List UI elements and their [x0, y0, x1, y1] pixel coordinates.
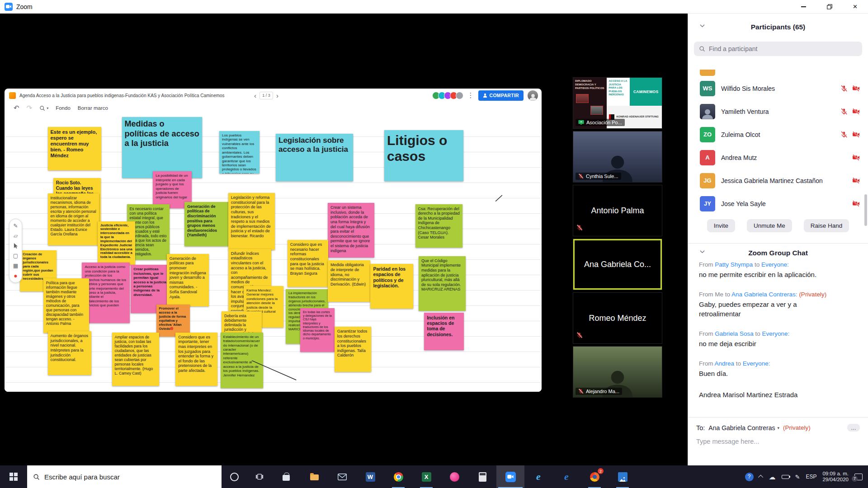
calculator-icon[interactable] — [468, 465, 496, 488]
sticky-note[interactable]: Que el Código Municipal implemente medid… — [419, 256, 466, 311]
chat-more-button[interactable]: … — [847, 424, 860, 432]
language-indicator[interactable]: ESP — [806, 474, 816, 480]
sticky-note[interactable]: Este es un ejemplo, espero se encuentren… — [48, 127, 102, 170]
participant-name-overlay: Ana Gabriela Co... — [573, 239, 662, 290]
sticky-note[interactable]: Considero que es importante, tener mas i… — [175, 333, 217, 386]
microsoft-store-icon[interactable] — [272, 465, 300, 488]
sticky-note[interactable]: Institucionalizar mecanismos, idioma de … — [48, 193, 99, 245]
participants-scrollbar[interactable] — [864, 194, 867, 226]
participant-row[interactable]: AAndrea Mutz — [688, 146, 868, 169]
sticky-note[interactable]: Medida obligatoria de interprete de idio… — [328, 260, 370, 302]
sticky-note[interactable]: Medidas o políticas de acceso a la justi… — [122, 117, 203, 178]
participant-search[interactable] — [694, 42, 862, 56]
sticky-note[interactable]: Litigios o casos — [384, 130, 463, 182]
sticky-note[interactable]: Crear un sistema inclusivo, donde la pob… — [328, 203, 374, 258]
more-menu-icon[interactable]: ⋮ — [467, 91, 474, 99]
excel-icon[interactable]: X — [412, 465, 440, 488]
clear-frame-button[interactable]: Borrar marco — [78, 105, 108, 111]
video-tile[interactable]: Antonio Palma — [573, 185, 662, 236]
raise-hand-button[interactable]: Raise Hand — [804, 219, 849, 232]
action-center-icon[interactable]: 7 — [854, 474, 863, 480]
account-avatar[interactable] — [528, 90, 538, 101]
sticky-note[interactable]: En todas las cortes y delegaciones de la… — [300, 308, 335, 352]
participant-row[interactable]: ZOZuleima Olcot — [688, 123, 868, 146]
battery-icon[interactable] — [782, 475, 789, 479]
recipient-dropdown[interactable]: Ana Gabriela Contreras▾ — [708, 424, 779, 432]
restore-button[interactable] — [816, 0, 842, 14]
sticky-note[interactable]: Generación de políticas para promover in… — [167, 254, 209, 306]
sticky-note[interactable]: Inclusión en espacios de toma de decisio… — [424, 313, 464, 350]
zoom-control[interactable]: ▾ — [39, 105, 48, 111]
video-tile[interactable]: Cynthia Sule... — [573, 131, 662, 183]
edge-icon[interactable]: e — [552, 465, 580, 488]
screen-share-icon — [578, 120, 584, 125]
photos-icon[interactable] — [609, 465, 637, 488]
word-icon[interactable]: W — [356, 465, 384, 488]
sticky-note[interactable]: Establecimiento de un tratado/convenio/a… — [221, 333, 263, 389]
eraser-tool[interactable]: ▱ — [12, 233, 19, 239]
file-explorer-icon[interactable] — [300, 465, 328, 488]
chrome-icon[interactable] — [384, 465, 412, 488]
onedrive-icon[interactable]: ☁ — [769, 474, 776, 480]
participant-row[interactable]: WSWilfido Sis Morales — [688, 77, 868, 100]
undo-icon[interactable]: ↶ — [14, 104, 19, 112]
sticky-note[interactable]: Legislación y reforma constitucional par… — [228, 193, 275, 250]
minimize-button[interactable] — [791, 0, 816, 14]
sticky-note-tool[interactable]: ▢ — [12, 253, 19, 259]
pen-icon[interactable]: ✎ — [795, 474, 800, 480]
sticky-note[interactable]: Garantizar todos los derechos constituci… — [335, 327, 371, 371]
video-tile[interactable]: Alejandro Ma... — [573, 346, 662, 398]
invite-button[interactable]: Invite — [707, 219, 735, 232]
cortana-button[interactable] — [222, 465, 247, 488]
chat-input[interactable] — [696, 438, 860, 445]
sticky-note[interactable]: Ampliar espacios de justicia, con todas … — [112, 333, 159, 386]
collapse-participants-icon[interactable] — [700, 24, 705, 28]
laser-tool[interactable]: ● — [12, 272, 19, 279]
sticky-note[interactable]: Paridad en los espacios de políticos y d… — [370, 264, 413, 309]
sticky-note[interactable]: Csa: Recuperación del derecho a la propi… — [415, 204, 462, 248]
previous-frame-button[interactable]: ‹ — [254, 92, 256, 99]
sticky-note[interactable]: Legislación sobre acceso a la justicia — [276, 134, 353, 181]
participant-search-input[interactable] — [709, 45, 844, 52]
participant-row[interactable]: JGJessica Gabriela Martinez Castañon — [688, 169, 868, 192]
redo-icon[interactable]: ↷ — [27, 104, 33, 112]
zoom-taskbar-icon[interactable] — [496, 465, 524, 488]
clock[interactable]: 09:09 a. m. 29/04/2020 — [822, 471, 849, 483]
video-tile[interactable]: Romeo Méndez — [573, 292, 662, 344]
mail-icon[interactable] — [328, 465, 356, 488]
sticky-note[interactable]: Considero que es necesario hacer reforma… — [288, 240, 329, 287]
sticky-note[interactable]: Política para que información llegue tam… — [43, 278, 90, 333]
hidden-icons-chevron[interactable] — [758, 475, 763, 480]
video-tile[interactable]: Ana Gabriela Co... — [573, 239, 662, 290]
pink-swirl-app-icon[interactable] — [440, 465, 468, 488]
taskbar-apps: WXee2 — [272, 465, 637, 488]
participant-row-partial[interactable] — [688, 70, 868, 77]
select-tool[interactable] — [12, 243, 19, 249]
participant-row[interactable]: JYJose Yela Sayle — [688, 192, 868, 215]
browser-with-badge-icon[interactable]: 2 — [580, 465, 609, 488]
sticky-note[interactable]: Los pueblos indígenas se ven vulnerables… — [219, 131, 259, 174]
taskbar-search[interactable] — [27, 465, 222, 488]
jamboard-canvas[interactable]: ✎▱▢▦● Este es un ejemplo, espero se encu… — [5, 114, 542, 392]
sticky-note[interactable]: Justicia eficiente, sostenible e interco… — [98, 221, 135, 265]
video-tile[interactable]: DIPLOMADO DEMOCRACIA Y PARTIDOS POLÍTICO… — [573, 77, 662, 129]
help-icon[interactable]: ? — [745, 473, 754, 481]
pen-tool[interactable]: ✎ — [12, 223, 19, 229]
image-tool[interactable]: ▦ — [12, 263, 19, 269]
taskbar-search-input[interactable] — [44, 473, 198, 481]
frame-indicator[interactable]: 1 / 3 — [259, 92, 273, 99]
task-view-button[interactable] — [247, 465, 272, 488]
unmute-me-button[interactable]: Unmute Me — [747, 219, 792, 232]
start-button[interactable] — [0, 465, 27, 488]
background-button[interactable]: Fondo — [56, 105, 71, 111]
close-button[interactable]: × — [842, 0, 868, 14]
participant-row[interactable]: Yamileth Ventura — [688, 100, 868, 123]
sticky-note[interactable]: Generación de políticas de discriminació… — [184, 202, 229, 246]
sticky-note[interactable]: Aumento de órganos jurisdiccionales, a n… — [48, 331, 92, 375]
share-button[interactable]: COMPARTIR — [478, 90, 524, 101]
next-frame-button[interactable]: › — [276, 92, 278, 99]
participant-name-overlay: Antonio Palma — [573, 185, 662, 236]
pen-stroke — [495, 195, 502, 201]
collapse-chat-icon[interactable] — [700, 250, 705, 253]
internet-explorer-icon[interactable]: e — [524, 465, 552, 488]
